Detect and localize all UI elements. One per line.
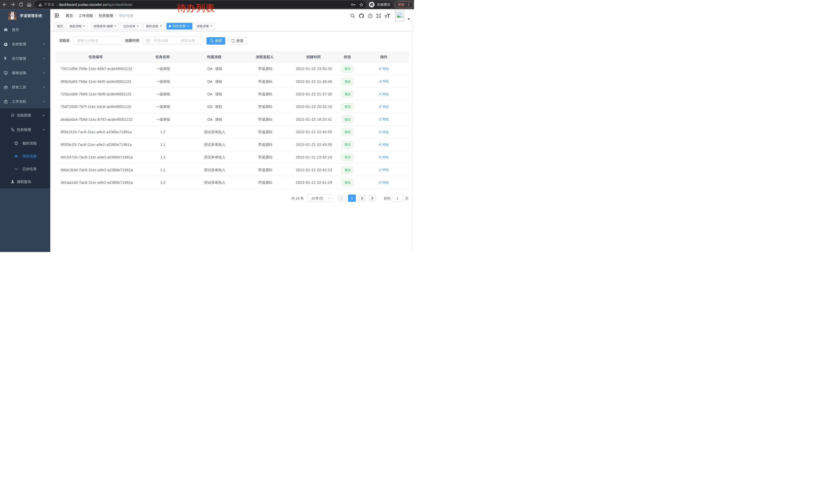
svg-text:?: ? [369,14,371,17]
